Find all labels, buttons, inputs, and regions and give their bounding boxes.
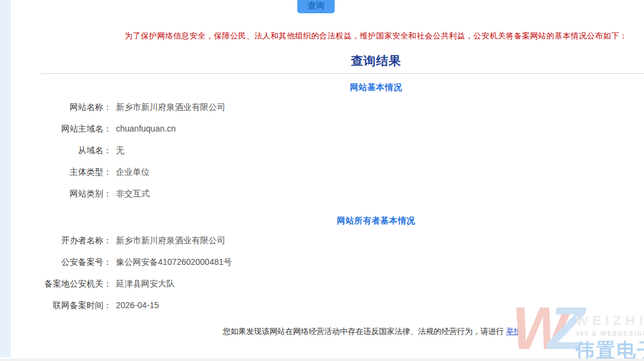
- bottom-edge-bar: [0, 359, 644, 361]
- beian-query-result-page: 查询 为了保护网络信息安全，保障公民、法人和其他组织的合法权益，维护国家安全和社…: [0, 0, 644, 361]
- field-row-record-authority: 备案地公安机关： 延津县网安大队: [11, 273, 644, 294]
- report-link[interactable]: 举报: [506, 327, 521, 336]
- field-row-sub-domain: 从域名： 无: [11, 139, 644, 161]
- field-label: 网站主域名：: [11, 118, 112, 139]
- field-label: 从域名：: [11, 139, 112, 161]
- field-label: 网站名称：: [11, 96, 112, 118]
- field-row-police-record-number: 公安备案号： 豫公网安备41072602000481号: [11, 251, 644, 273]
- owner-basic-info-list: 开办者名称： 新乡市新川府泉酒业有限公司 公安备案号： 豫公网安备4107260…: [11, 229, 644, 316]
- field-label: 开办者名称：: [11, 229, 112, 251]
- field-row-founder-name: 开办者名称： 新乡市新川府泉酒业有限公司: [11, 229, 644, 251]
- page-title: 查询结果: [11, 53, 644, 69]
- field-value: 新乡市新川府泉酒业有限公司: [116, 229, 225, 251]
- field-value: 非交互式: [116, 183, 150, 204]
- field-value: 延津县网安大队: [116, 273, 175, 294]
- field-row-site-name: 网站名称： 新乡市新川府泉酒业有限公司: [11, 96, 644, 118]
- field-row-site-category: 网站类别： 非交互式: [11, 183, 644, 204]
- field-value: 无: [116, 139, 124, 161]
- field-value: 豫公网安备41072602000481号: [116, 251, 232, 273]
- content-area: 查询 为了保护网络信息安全，保障公民、法人和其他组织的合法权益，维护国家安全和社…: [11, 0, 644, 361]
- field-value: chuanfuquan.cn: [116, 118, 176, 139]
- field-label: 主体类型：: [11, 161, 112, 183]
- field-label: 公安备案号：: [11, 251, 112, 273]
- field-label: 备案地公安机关：: [11, 273, 112, 294]
- field-row-main-domain: 网站主域名： chuanfuquan.cn: [11, 118, 644, 139]
- security-notice-text: 为了保护网络信息安全，保障公民、法人和其他组织的合法权益，维护国家安全和社会公共…: [11, 31, 644, 41]
- field-row-record-date: 联网备案时间： 2026-04-15: [11, 294, 644, 316]
- horizontal-divider: [41, 73, 644, 74]
- report-note: 您如果发现该网站在网络经营活动中存在违反国家法律、法规的经营行为，请进行 举报。: [11, 326, 644, 337]
- field-label: 联网备案时间：: [11, 294, 112, 316]
- query-button[interactable]: 查询: [297, 0, 335, 13]
- section-title-owner-basic: 网站所有者基本情况: [11, 216, 644, 226]
- field-value: 企业单位: [116, 161, 150, 183]
- field-value: 2026-04-15: [116, 294, 159, 316]
- field-value: 新乡市新川府泉酒业有限公司: [116, 96, 225, 118]
- field-label: 网站类别：: [11, 183, 112, 204]
- left-edge-strip: [0, 0, 11, 357]
- report-note-period: 。: [521, 327, 529, 336]
- report-note-text: 您如果发现该网站在网络经营活动中存在违反国家法律、法规的经营行为，请进行: [223, 327, 506, 336]
- field-row-entity-type: 主体类型： 企业单位: [11, 161, 644, 183]
- section-title-site-basic: 网站基本情况: [11, 82, 644, 93]
- site-basic-info-list: 网站名称： 新乡市新川府泉酒业有限公司 网站主域名： chuanfuquan.c…: [11, 96, 644, 204]
